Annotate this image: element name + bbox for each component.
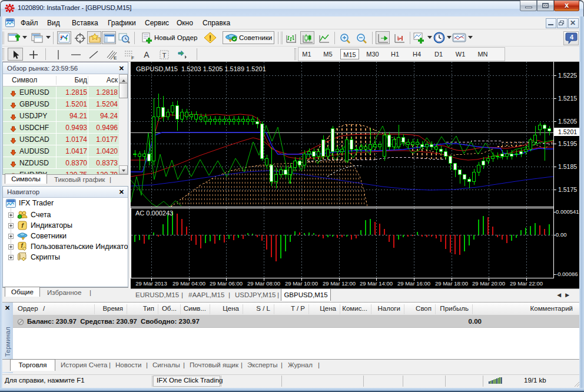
svg-text:29 Mar 12:00: 29 Mar 12:00 xyxy=(323,280,356,287)
svg-text:29 Mar 18:00: 29 Mar 18:00 xyxy=(435,280,468,287)
svg-text:29 Mar 06:00: 29 Mar 06:00 xyxy=(210,280,243,287)
svg-text:1.5205: 1.5205 xyxy=(558,118,577,125)
svg-text:1.5195: 1.5195 xyxy=(558,140,577,147)
svg-text:T: T xyxy=(162,52,166,59)
svg-text:!: ! xyxy=(209,34,211,42)
svg-text:F: F xyxy=(131,55,134,60)
svg-text:29 Mar 20:00: 29 Mar 20:00 xyxy=(472,280,505,287)
svg-text:0.000541: 0.000541 xyxy=(556,208,579,215)
svg-text:A: A xyxy=(144,50,150,59)
svg-text:-0.00086: -0.00086 xyxy=(556,271,578,277)
svg-text:29 Mar 14:00: 29 Mar 14:00 xyxy=(360,280,393,287)
svg-text:1.5201: 1.5201 xyxy=(558,128,577,135)
svg-text:4: 4 xyxy=(570,34,574,41)
svg-text:29 Mar 22:00: 29 Mar 22:00 xyxy=(510,280,543,287)
svg-text:0.00: 0.00 xyxy=(556,231,567,238)
svg-text:29 Mar 04:00: 29 Mar 04:00 xyxy=(172,280,205,287)
svg-text:GBPUSD,M15 1.5203 1.5205 1.51: GBPUSD,M15 1.5203 1.5205 1.5189 1.5201 xyxy=(136,65,266,72)
svg-text:29 Mar 10:00: 29 Mar 10:00 xyxy=(285,280,318,287)
svg-text:AC 0.000243: AC 0.000243 xyxy=(135,210,173,217)
svg-text:1.5225: 1.5225 xyxy=(558,72,577,79)
svg-text:29 Mar 08:00: 29 Mar 08:00 xyxy=(247,280,280,287)
svg-text:1.5215: 1.5215 xyxy=(558,95,577,102)
svg-text:E: E xyxy=(114,55,117,60)
svg-text:1.5175: 1.5175 xyxy=(558,186,577,193)
svg-text:1.5185: 1.5185 xyxy=(558,163,577,170)
svg-text:29 Mar 16:00: 29 Mar 16:00 xyxy=(397,280,430,287)
svg-text:29 Mar 2013: 29 Mar 2013 xyxy=(135,280,167,287)
